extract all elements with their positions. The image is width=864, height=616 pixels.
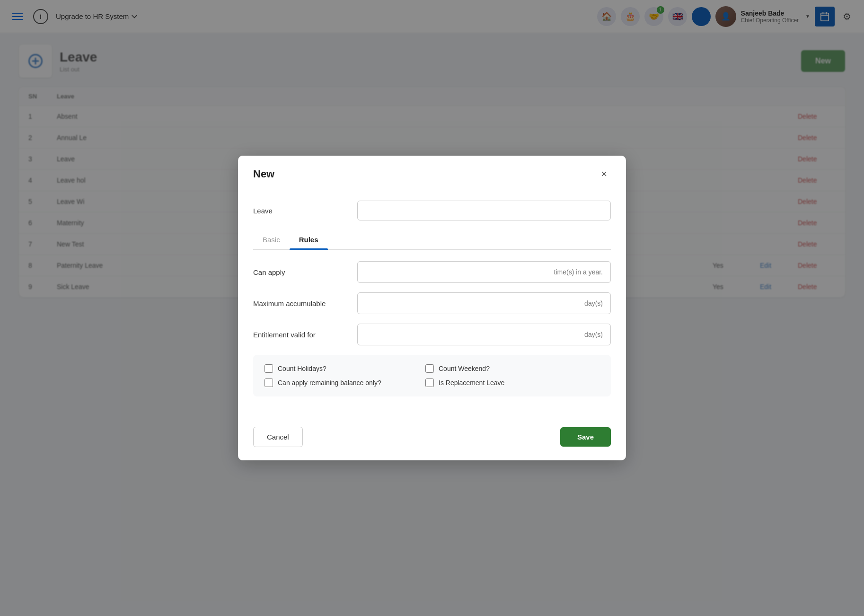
replacement-leave-label[interactable]: Is Replacement Leave	[439, 379, 504, 387]
save-button[interactable]: Save	[560, 427, 611, 447]
checkbox-row-1: Count Holidays? Count Weekend?	[264, 364, 600, 373]
checkbox-count-weekend: Count Weekend?	[425, 364, 586, 373]
modal-footer: Cancel Save	[238, 419, 626, 460]
leave-input[interactable]	[357, 201, 611, 220]
modal-body: Leave Basic Rules Can apply time(s) in a…	[238, 189, 626, 419]
count-weekend-checkbox[interactable]	[425, 364, 434, 373]
modal-title: New	[253, 168, 274, 180]
count-holidays-checkbox[interactable]	[264, 364, 273, 373]
checkbox-row-2: Can apply remaining balance only? Is Rep…	[264, 378, 600, 387]
can-apply-input-wrapper: time(s) in a year.	[357, 261, 611, 283]
entitlement-input[interactable]	[365, 331, 584, 338]
max-accumulable-input-wrapper: day(s)	[357, 292, 611, 314]
checkbox-group: Count Holidays? Count Weekend? Can apply…	[253, 355, 611, 396]
leave-label: Leave	[253, 207, 348, 215]
can-apply-label: Can apply	[253, 268, 348, 276]
leave-field-group: Leave	[253, 201, 611, 220]
max-accumulable-group: Maximum accumulable day(s)	[253, 292, 611, 314]
count-holidays-label[interactable]: Count Holidays?	[278, 365, 326, 372]
max-accumulable-label: Maximum accumulable	[253, 299, 348, 308]
entitlement-input-wrapper: day(s)	[357, 324, 611, 345]
entitlement-suffix: day(s)	[584, 331, 603, 338]
can-apply-group: Can apply time(s) in a year.	[253, 261, 611, 283]
cancel-button[interactable]: Cancel	[253, 427, 303, 447]
modal-close-button[interactable]: ×	[597, 167, 611, 181]
checkbox-apply-remaining: Can apply remaining balance only?	[264, 378, 425, 387]
modal-tabs: Basic Rules	[253, 230, 611, 250]
tab-rules[interactable]: Rules	[290, 230, 328, 249]
replacement-leave-checkbox[interactable]	[425, 378, 434, 387]
checkbox-count-holidays: Count Holidays?	[264, 364, 425, 373]
new-leave-modal: New × Leave Basic Rules Can apply	[238, 156, 626, 460]
can-apply-input[interactable]	[365, 268, 554, 276]
max-accumulable-suffix: day(s)	[584, 299, 603, 307]
checkbox-replacement-leave: Is Replacement Leave	[425, 378, 586, 387]
count-weekend-label[interactable]: Count Weekend?	[439, 365, 490, 372]
entitlement-group: Entitlement valid for day(s)	[253, 324, 611, 345]
max-accumulable-input[interactable]	[365, 299, 584, 307]
apply-remaining-label[interactable]: Can apply remaining balance only?	[278, 379, 381, 387]
modal-header: New ×	[238, 156, 626, 189]
tab-basic[interactable]: Basic	[253, 230, 290, 249]
apply-remaining-checkbox[interactable]	[264, 378, 273, 387]
can-apply-suffix: time(s) in a year.	[554, 268, 603, 276]
entitlement-label: Entitlement valid for	[253, 331, 348, 339]
modal-overlay[interactable]: New × Leave Basic Rules Can apply	[0, 0, 864, 616]
